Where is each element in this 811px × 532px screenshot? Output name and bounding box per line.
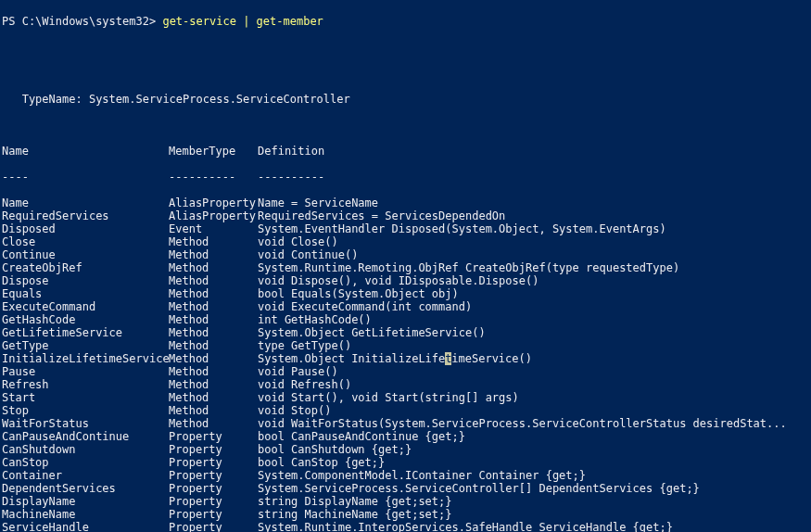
member-name: Disposed — [2, 222, 169, 235]
member-row: CanStopPropertybool CanStop {get;} — [2, 456, 809, 469]
member-type: Method — [169, 417, 258, 430]
command-get-member: get-member — [257, 15, 323, 28]
blank-line — [2, 41, 809, 54]
member-definition: void ExecuteCommand(int command) — [258, 300, 809, 313]
member-definition: string MachineName {get;set;} — [258, 508, 809, 521]
member-name: Container — [2, 469, 169, 482]
member-name: WaitForStatus — [2, 417, 169, 430]
member-type: Property — [169, 521, 258, 532]
member-row: GetLifetimeServiceMethodSystem.Object Ge… — [2, 326, 809, 339]
member-definition: string DisplayName {get;set;} — [258, 495, 809, 508]
member-definition: int GetHashCode() — [258, 313, 809, 326]
member-row: GetTypeMethodtype GetType() — [2, 339, 809, 352]
member-row: ServiceHandlePropertySystem.Runtime.Inte… — [2, 521, 809, 532]
header-definition-underline: ---------- — [258, 171, 809, 184]
member-type: AliasProperty — [169, 209, 258, 222]
member-row: PauseMethodvoid Pause() — [2, 365, 809, 378]
prompt-line: PS C:\Windows\system32> get-service | ge… — [2, 15, 809, 28]
member-type: Property — [169, 443, 258, 456]
member-name: CanPauseAndContinue — [2, 430, 169, 443]
member-definition: System.ComponentModel.IContainer Contain… — [258, 469, 809, 482]
member-definition: System.EventHandler Disposed(System.Obje… — [258, 222, 809, 235]
header-definition: Definition — [258, 145, 809, 158]
member-type: Method — [169, 235, 258, 248]
member-name: Refresh — [2, 378, 169, 391]
member-row: NameAliasPropertyName = ServiceName — [2, 196, 809, 209]
member-row: DisplayNamePropertystring DisplayName {g… — [2, 495, 809, 508]
member-definition: void Close() — [258, 235, 809, 248]
member-definition: Name = ServiceName — [258, 196, 809, 209]
member-definition: bool CanPauseAndContinue {get;} — [258, 430, 809, 443]
member-type: Method — [169, 287, 258, 300]
member-type: Property — [169, 430, 258, 443]
member-definition: type GetType() — [258, 339, 809, 352]
member-type: Method — [169, 300, 258, 313]
member-name: ServiceHandle — [2, 521, 169, 532]
member-name: Name — [2, 196, 169, 209]
member-row: ContinueMethodvoid Continue() — [2, 248, 809, 261]
prompt-path: PS C:\Windows\system32> — [2, 15, 156, 28]
member-name: DisplayName — [2, 495, 169, 508]
member-definition: void Dispose(), void IDisposable.Dispose… — [258, 274, 809, 287]
member-definition: System.Object InitializeLifetimeService(… — [258, 352, 809, 365]
member-type: Method — [169, 339, 258, 352]
member-type: AliasProperty — [169, 196, 258, 209]
typename-line: TypeName: System.ServiceProcess.ServiceC… — [2, 93, 809, 106]
member-definition: bool CanShutdown {get;} — [258, 443, 809, 456]
member-name: MachineName — [2, 508, 169, 521]
member-name: Start — [2, 391, 169, 404]
member-type: Method — [169, 352, 258, 365]
member-type: Method — [169, 248, 258, 261]
member-type: Event — [169, 222, 258, 235]
pipe-operator: | — [243, 15, 249, 28]
member-definition: System.Runtime.Remoting.ObjRef CreateObj… — [258, 261, 809, 274]
member-row: CanShutdownPropertybool CanShutdown {get… — [2, 443, 809, 456]
def-text-before-cursor: System.Object InitializeLife — [258, 352, 445, 365]
member-definition: void Refresh() — [258, 378, 809, 391]
member-definition: void WaitForStatus(System.ServiceProcess… — [258, 417, 809, 430]
member-row: EqualsMethodbool Equals(System.Object ob… — [2, 287, 809, 300]
member-row: RequiredServicesAliasPropertyRequiredSer… — [2, 209, 809, 222]
member-type: Method — [169, 326, 258, 339]
member-row: InitializeLifetimeServiceMethodSystem.Ob… — [2, 352, 809, 365]
member-name: DependentServices — [2, 482, 169, 495]
member-row: CloseMethodvoid Close() — [2, 235, 809, 248]
def-text-after-cursor: imeService() — [451, 352, 532, 365]
member-row: CanPauseAndContinuePropertybool CanPause… — [2, 430, 809, 443]
member-type: Property — [169, 495, 258, 508]
member-name: Close — [2, 235, 169, 248]
member-name: Stop — [2, 404, 169, 417]
member-definition: RequiredServices = ServicesDependedOn — [258, 209, 809, 222]
member-name: Continue — [2, 248, 169, 261]
command-get-service: get-service — [162, 15, 235, 28]
member-type: Property — [169, 482, 258, 495]
member-type: Method — [169, 274, 258, 287]
member-definition: bool Equals(System.Object obj) — [258, 287, 809, 300]
member-name: ExecuteCommand — [2, 300, 169, 313]
member-definition: void Pause() — [258, 365, 809, 378]
member-definition: System.Object GetLifetimeService() — [258, 326, 809, 339]
member-type: Property — [169, 456, 258, 469]
member-type: Property — [169, 508, 258, 521]
member-definition: System.Runtime.InteropServices.SafeHandl… — [258, 521, 809, 532]
member-name: CreateObjRef — [2, 261, 169, 274]
member-row: ExecuteCommandMethodvoid ExecuteCommand(… — [2, 300, 809, 313]
member-name: Pause — [2, 365, 169, 378]
header-underline-row: ------------------------ — [2, 171, 809, 184]
member-row: GetHashCodeMethodint GetHashCode() — [2, 313, 809, 326]
blank-line — [2, 119, 809, 132]
member-name: RequiredServices — [2, 209, 169, 222]
member-definition: void Continue() — [258, 248, 809, 261]
member-name: GetLifetimeService — [2, 326, 169, 339]
member-row: MachineNamePropertystring MachineName {g… — [2, 508, 809, 521]
member-type: Method — [169, 313, 258, 326]
member-name: GetHashCode — [2, 313, 169, 326]
member-definition: bool CanStop {get;} — [258, 456, 809, 469]
header-membertype-underline: ---------- — [169, 171, 258, 184]
member-name: CanShutdown — [2, 443, 169, 456]
powershell-terminal[interactable]: PS C:\Windows\system32> get-service | ge… — [0, 0, 811, 532]
member-definition: void Start(), void Start(string[] args) — [258, 391, 809, 404]
header-name: Name — [2, 145, 169, 158]
member-row: StopMethodvoid Stop() — [2, 404, 809, 417]
member-row: StartMethodvoid Start(), void Start(stri… — [2, 391, 809, 404]
